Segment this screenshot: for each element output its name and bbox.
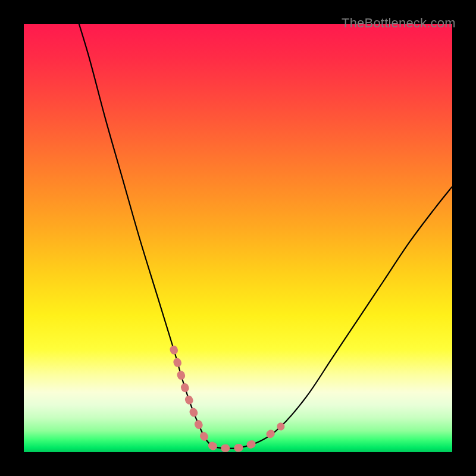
curve-layer [24, 24, 452, 452]
watermark-text: TheBottleneck.com [342, 15, 456, 31]
chart-frame: TheBottleneck.com [0, 0, 476, 476]
series-bottleneck-curve [71, 24, 452, 449]
series-dotted-highlight-right [270, 427, 281, 434]
plot-area [24, 24, 452, 452]
series-dotted-highlight [174, 349, 259, 448]
